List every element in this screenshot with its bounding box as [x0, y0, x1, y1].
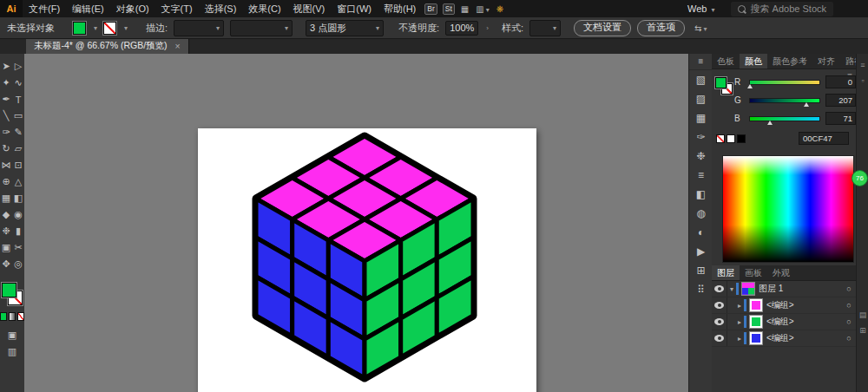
layer-label[interactable]: <编组> [766, 316, 842, 328]
screen-mode-icon[interactable]: ▥ [8, 346, 16, 357]
menu-item-1[interactable]: 编辑(E) [66, 0, 110, 17]
line-segment-tool[interactable]: ╲ [0, 108, 12, 124]
expand-caret-icon[interactable]: ▸ [735, 302, 744, 310]
target-circle-icon[interactable]: ○ [842, 284, 856, 293]
color-button[interactable] [0, 312, 7, 321]
mesh-tool[interactable]: ▦ [0, 190, 12, 206]
variable-width-dropdown[interactable]: ▾ [230, 20, 293, 36]
lasso-tool[interactable]: ∿ [12, 75, 24, 91]
menu-item-7[interactable]: 窗口(W) [331, 0, 378, 17]
perspective-grid-tool[interactable]: △ [12, 173, 24, 190]
target-circle-icon[interactable]: ○ [842, 317, 856, 326]
tab-画板[interactable]: 画板 [740, 265, 767, 280]
color-spectrum[interactable] [722, 155, 854, 263]
channel-slider-B[interactable] [749, 116, 820, 121]
layer-thumbnail[interactable] [749, 298, 763, 312]
slider-thumb-G[interactable] [804, 102, 809, 107]
layer-row[interactable]: ▾图层 1○ [712, 281, 856, 297]
stroke-weight-dropdown[interactable]: ▾ [174, 20, 224, 36]
hidden-panel-icon-3[interactable]: ⊞ [857, 326, 868, 335]
color-badge[interactable]: 76 [852, 170, 868, 186]
hidden-panel-icon[interactable]: ▫ [857, 76, 868, 85]
transparency-panel-icon[interactable]: ◍ [689, 204, 713, 223]
visibility-cell[interactable] [712, 314, 727, 330]
layer-row[interactable]: ▸<编组>○ [712, 314, 856, 330]
eye-icon[interactable] [714, 302, 724, 309]
fill-caret-icon[interactable]: ▾ [94, 24, 97, 32]
pencil-tool[interactable]: ✎ [12, 124, 24, 140]
visibility-cell[interactable] [712, 297, 727, 313]
visibility-cell[interactable] [712, 330, 727, 346]
free-transform-tool[interactable]: ⊡ [12, 157, 24, 173]
zoom-tool[interactable]: ◎ [12, 256, 24, 272]
close-tab-icon[interactable]: × [175, 41, 181, 51]
expand-panels-icon[interactable]: ≡ [689, 54, 713, 70]
preferences-button[interactable]: 首选项 [637, 20, 685, 36]
style-dropdown[interactable]: ▾ [529, 20, 561, 36]
pen-tool[interactable]: ✒ [0, 91, 12, 108]
document-tab[interactable]: 未标题-4* @ 66.67% (RGB/预览) × [26, 38, 189, 54]
channel-value-G[interactable]: 207 [825, 94, 856, 107]
black-swatch[interactable] [737, 134, 746, 143]
expand-caret-icon[interactable]: ▸ [735, 318, 744, 326]
eye-icon[interactable] [714, 318, 724, 325]
appearance-panel-icon[interactable]: ◐ [689, 223, 713, 242]
artboard-tool[interactable]: ▣ [0, 239, 12, 256]
none-swatch[interactable] [716, 134, 725, 143]
tab-图层[interactable]: 图层 [712, 265, 740, 280]
layer-label[interactable]: 图层 1 [759, 283, 842, 295]
control-panel-menu-icon[interactable]: ⇆▾ [694, 23, 707, 33]
actions-panel-icon[interactable]: ▶ [689, 242, 713, 261]
rubiks-cube-artwork[interactable] [198, 128, 536, 392]
app-logo[interactable]: Ai [0, 0, 23, 17]
menu-item-4[interactable]: 选择(S) [199, 0, 243, 17]
gradient-tool[interactable]: ◧ [12, 190, 24, 206]
expand-caret-icon[interactable]: ▸ [735, 335, 744, 343]
fill-color-swatch[interactable] [73, 22, 86, 35]
document-layout-icon[interactable]: ▥▾ [476, 4, 489, 14]
symbol-sprayer-tool[interactable]: ❉ [0, 223, 12, 239]
shape-builder-tool[interactable]: ⊕ [0, 173, 12, 190]
layer-thumbnail[interactable] [741, 282, 755, 296]
hidden-panel-icon-2[interactable]: ▤ [857, 310, 868, 319]
width-tool[interactable]: ⋈ [0, 157, 12, 173]
dock-collapse-icon[interactable]: ≡ [857, 61, 868, 69]
white-swatch[interactable] [727, 134, 735, 143]
direct-selection-tool[interactable]: ▷ [12, 58, 24, 75]
menu-item-2[interactable]: 对象(O) [110, 0, 155, 17]
tab-颜色[interactable]: 颜色 [740, 54, 767, 69]
blend-tool[interactable]: ◉ [12, 206, 24, 223]
visibility-cell[interactable] [712, 281, 727, 297]
document-setup-button[interactable]: 文档设置 [574, 20, 631, 36]
layer-thumbnail[interactable] [749, 315, 763, 329]
layer-label[interactable]: <编组> [766, 299, 842, 311]
artboard[interactable] [198, 128, 536, 392]
navigator-panel-icon[interactable]: ⊞ [689, 261, 713, 280]
selection-tool[interactable]: ➤ [0, 58, 12, 75]
hand-tool[interactable]: ✥ [0, 256, 12, 272]
gradient-panel-icon[interactable]: ◧ [689, 185, 713, 204]
opacity-value[interactable]: 100% [445, 21, 478, 36]
layer-row[interactable]: ▸<编组>○ [712, 297, 856, 314]
hex-value-field[interactable]: 00CF47 [799, 132, 849, 145]
channel-value-R[interactable]: 0 [825, 75, 856, 88]
target-circle-icon[interactable]: ○ [842, 334, 856, 343]
menu-item-3[interactable]: 文字(T) [155, 0, 199, 17]
rectangle-tool[interactable]: ▭ [12, 108, 24, 124]
stroke-color-swatch[interactable] [103, 22, 116, 35]
gradient-button[interactable] [9, 312, 16, 321]
share-icon[interactable]: ❋ [496, 4, 503, 14]
stock-badge[interactable]: St [443, 3, 455, 15]
layer-thumbnail[interactable] [749, 331, 763, 345]
channel-slider-G[interactable] [749, 98, 820, 103]
none-button[interactable] [17, 312, 24, 321]
stock-search[interactable]: 搜索 Adobe Stock [731, 2, 833, 16]
workspace-switcher[interactable]: Web ▾ [687, 3, 715, 14]
tab-颜色参考[interactable]: 颜色参考 [767, 54, 812, 69]
menu-item-6[interactable]: 视图(V) [287, 0, 332, 17]
swatches-panel-icon[interactable]: ▦ [689, 108, 713, 127]
tab-色板[interactable]: 色板 [712, 54, 740, 69]
color-panel-icon[interactable]: ▧ [689, 70, 713, 89]
magic-wand-tool[interactable]: ✦ [0, 75, 12, 91]
slider-thumb-R[interactable] [747, 84, 753, 88]
